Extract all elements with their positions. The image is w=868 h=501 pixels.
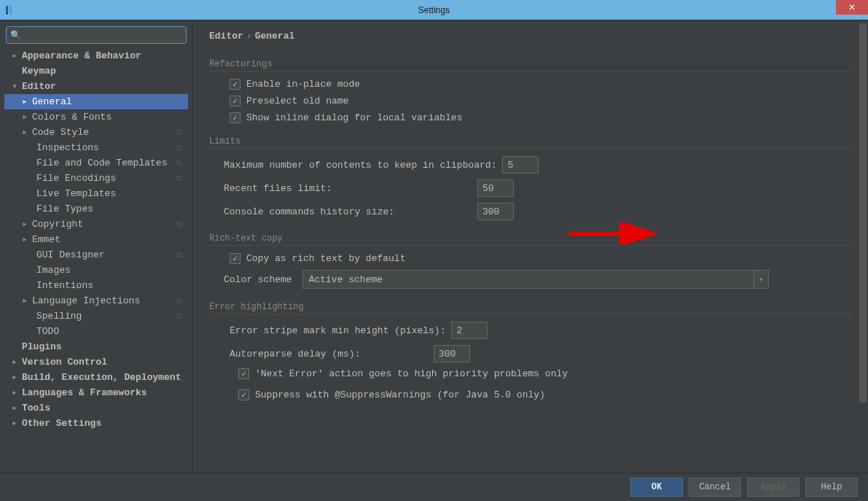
chevron-right-icon: ›	[243, 31, 255, 42]
tree-other[interactable]: ▶Other Settings	[4, 416, 188, 431]
scope-badge-icon: ⧉	[176, 251, 182, 260]
checkbox-suppress[interactable]: ✓	[238, 389, 249, 400]
tree-appearance[interactable]: ▶Appearance & Behavior	[4, 48, 188, 63]
chevron-right-icon: ▶	[10, 419, 19, 427]
checkbox-next-error[interactable]: ✓	[238, 368, 249, 379]
titlebar: Settings ✕	[0, 0, 868, 20]
settings-sidebar: 🔍 ▶Appearance & Behavior Keymap ▼Editor …	[0, 20, 193, 473]
chevron-right-icon: ▶	[10, 52, 19, 60]
chevron-right-icon: ▶	[10, 373, 19, 381]
clipboard-limit-input[interactable]	[502, 156, 539, 174]
tree-encodings[interactable]: File Encodings⧉	[4, 171, 188, 186]
chevron-right-icon: ▶	[20, 98, 29, 106]
tree-emmet[interactable]: ▶Emmet	[4, 232, 188, 247]
dialog-footer: OK Cancel Apply Help	[0, 473, 868, 500]
chevron-right-icon: ▶	[20, 128, 29, 136]
tree-images[interactable]: Images	[4, 263, 188, 278]
scope-badge-icon: ⧉	[176, 128, 182, 137]
tree-copyright[interactable]: ▶Copyright⧉	[4, 217, 188, 232]
stripe-height-input[interactable]	[451, 322, 488, 339]
apply-button[interactable]: Apply	[747, 478, 799, 497]
chevron-down-icon: ▼	[10, 83, 19, 90]
checkbox-preselect[interactable]: ✓	[230, 96, 241, 106]
window-title: Settings	[418, 5, 450, 15]
chevron-right-icon: ▶	[20, 220, 29, 228]
chevron-right-icon: ▶	[10, 358, 19, 366]
help-button[interactable]: Help	[805, 478, 858, 497]
section-richtext: Rich-text copy	[209, 233, 852, 246]
checkbox-inline-dialog[interactable]: ✓	[230, 112, 241, 123]
section-refactorings: Refactorings	[209, 59, 852, 71]
tree-spelling[interactable]: Spelling⧉	[4, 308, 188, 324]
scope-badge-icon: ⧉	[176, 312, 182, 321]
app-icon	[0, 0, 20, 20]
scope-badge-icon: ⧉	[176, 159, 182, 168]
scope-badge-icon: ⧉	[176, 297, 182, 306]
chevron-down-icon: ▼	[754, 271, 768, 288]
tree-codestyle[interactable]: ▶Code Style⧉	[4, 125, 188, 140]
tree-colors[interactable]: ▶Colors & Fonts	[4, 109, 188, 125]
cancel-button[interactable]: Cancel	[689, 478, 741, 497]
svg-rect-0	[6, 6, 8, 15]
tree-build[interactable]: ▶Build, Execution, Deployment	[4, 370, 188, 385]
section-limits: Limits	[209, 136, 852, 149]
tree-general[interactable]: ▶General	[4, 94, 188, 109]
scope-badge-icon: ⧉	[176, 220, 182, 229]
breadcrumb: Editor›General	[209, 31, 852, 42]
tree-guidesigner[interactable]: GUI Designer⧉	[4, 247, 188, 263]
search-input[interactable]	[6, 26, 187, 44]
checkbox-enable-inplace[interactable]: ✓	[230, 79, 241, 90]
autoreparse-delay-input[interactable]	[434, 345, 470, 362]
tree-filetypes[interactable]: File Types	[4, 201, 188, 217]
tree-keymap[interactable]: Keymap	[4, 63, 188, 79]
tree-templates[interactable]: File and Code Templates⧉	[4, 155, 188, 171]
svg-rect-1	[9, 6, 12, 15]
tree-editor[interactable]: ▼Editor	[4, 79, 188, 94]
chevron-right-icon: ▶	[20, 297, 29, 305]
scope-badge-icon: ⧉	[176, 144, 182, 152]
checkbox-copy-rich[interactable]: ✓	[230, 253, 241, 264]
scope-badge-icon: ⧉	[176, 174, 182, 183]
chevron-right-icon: ▶	[20, 236, 29, 244]
tree-vcs[interactable]: ▶Version Control	[4, 354, 188, 370]
ok-button[interactable]: OK	[630, 478, 683, 497]
tree-frameworks[interactable]: ▶Languages & Frameworks	[4, 385, 188, 400]
tree-inspections[interactable]: Inspections⧉	[4, 140, 188, 155]
chevron-right-icon: ▶	[10, 404, 19, 412]
color-scheme-dropdown[interactable]: Active scheme ▼	[302, 270, 769, 289]
tree-intentions[interactable]: Intentions	[4, 278, 188, 293]
tree-todo[interactable]: TODO	[4, 324, 188, 339]
console-history-input[interactable]	[477, 203, 514, 220]
recent-files-input[interactable]	[477, 179, 514, 197]
close-button[interactable]: ✕	[836, 0, 868, 15]
tree-livetpl[interactable]: Live Templates	[4, 186, 188, 201]
chevron-right-icon: ▶	[20, 113, 29, 121]
settings-content: Editor›General Refactorings ✓Enable in-p…	[193, 20, 868, 473]
scrollbar-thumb[interactable]	[859, 23, 867, 403]
section-errorhl: Error highlighting	[209, 302, 852, 314]
tree-plugins[interactable]: Plugins	[4, 339, 188, 354]
chevron-right-icon: ▶	[10, 389, 19, 397]
tree-tools[interactable]: ▶Tools	[4, 400, 188, 416]
scrollbar-vertical[interactable]	[858, 20, 868, 473]
tree-langinj[interactable]: ▶Language Injections⧉	[4, 293, 188, 308]
